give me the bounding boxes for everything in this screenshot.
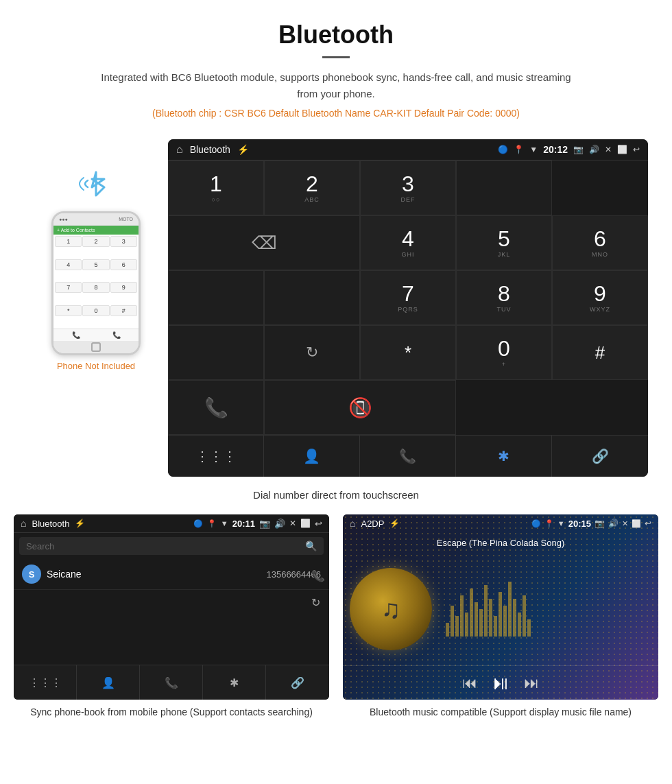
pb-sig-icon: ▼ <box>221 519 228 527</box>
music-album-art: ♫ <box>350 568 432 650</box>
phone-numpad: 1 2 3 4 5 6 7 8 9 * 0 # <box>53 235 139 329</box>
app-name-label: Bluetooth <box>190 144 230 155</box>
redial-button[interactable]: ↻ <box>264 325 360 380</box>
dial-key-9[interactable]: 9 WXYZ <box>552 270 648 325</box>
pb-nav-contacts[interactable]: 👤 <box>77 665 140 700</box>
pb-time: 20:11 <box>232 519 255 529</box>
music-play-pause-button[interactable]: ⏯ <box>491 672 510 694</box>
backspace-button[interactable]: ⌫ <box>168 215 360 270</box>
music-screenshot-container: ⌂ A2DP ⚡ 🔵 📍 ▼ 20:15 📷 🔊 ✕ ⬜ <box>343 514 658 720</box>
phone-home-button <box>91 342 101 352</box>
pb-home-icon[interactable]: ⌂ <box>21 518 26 529</box>
pb-sync-icon[interactable]: ↻ <box>311 596 325 609</box>
pb-loc-icon: 📍 <box>207 519 217 528</box>
camera-icon[interactable]: 📷 <box>573 145 584 154</box>
header-description: Integrated with BC6 Bluetooth module, su… <box>96 69 576 102</box>
pb-nav-bt[interactable]: ✱ <box>203 665 266 700</box>
pb-status-bar: ⌂ Bluetooth ⚡ 🔵 📍 ▼ 20:11 📷 🔊 ✕ <box>14 514 329 533</box>
music-caption: Bluetooth music compatible (Support disp… <box>343 705 658 720</box>
dial-caption: Dial number direct from touchscreen <box>253 489 419 501</box>
nav-contacts-button[interactable]: 👤 <box>264 436 360 477</box>
music-prev-button[interactable]: ⏮ <box>462 674 477 692</box>
contact-avatar: S <box>22 565 41 584</box>
phone-bottom-bar <box>53 341 139 353</box>
dial-key-star[interactable]: * <box>360 325 456 380</box>
pb-nav-link[interactable]: 🔗 <box>266 665 329 700</box>
bluetooth-status-icon: 🔵 <box>498 145 508 154</box>
page-header: Bluetooth Integrated with BC6 Bluetooth … <box>0 0 672 139</box>
pb-contact-row[interactable]: S Seicane 13566664466 <box>14 559 329 590</box>
music-visualizer <box>446 578 651 640</box>
dial-key-2[interactable]: 2 ABC <box>264 161 360 215</box>
dial-screen: ⌂ Bluetooth ⚡ 🔵 📍 ▼ 20:12 📷 🔊 ✕ ⬜ ↩ <box>168 139 648 477</box>
music-status-bar: ⌂ A2DP ⚡ 🔵 📍 ▼ 20:15 📷 🔊 ✕ ⬜ <box>343 514 658 532</box>
contact-name: Seicane <box>47 569 82 580</box>
page-title: Bluetooth <box>14 21 658 49</box>
pb-search-placeholder: Search <box>26 541 54 551</box>
music-note-icon: ♫ <box>381 595 401 624</box>
phonebook-inner: ⌂ Bluetooth ⚡ 🔵 📍 ▼ 20:11 📷 🔊 ✕ <box>14 514 329 700</box>
music-cam-icon[interactable]: 📷 <box>595 519 605 528</box>
dial-key-4[interactable]: 4 GHI <box>360 215 456 270</box>
signal-icon: ▼ <box>529 145 538 154</box>
nav-settings-button[interactable]: 🔗 <box>552 436 648 477</box>
pb-bt-icon: 🔵 <box>193 519 203 528</box>
phonebook-caption: Sync phone-book from mobile phone (Suppo… <box>14 705 329 720</box>
dial-key-3[interactable]: 3 DEF <box>360 161 456 215</box>
music-home-icon[interactable]: ⌂ <box>350 518 355 529</box>
bluetooth-wifi-icon <box>75 167 117 207</box>
window-icon[interactable]: ⬜ <box>617 145 627 154</box>
end-call-button[interactable]: 📵 <box>264 380 456 435</box>
dial-key-5[interactable]: 5 JKL <box>456 215 552 270</box>
dial-key-hash[interactable]: # <box>552 325 648 380</box>
music-app-name: A2DP <box>361 519 384 529</box>
bottom-screenshots: ⌂ Bluetooth ⚡ 🔵 📍 ▼ 20:11 📷 🔊 ✕ <box>14 514 658 720</box>
home-icon[interactable]: ⌂ <box>176 143 183 156</box>
phone-action-row: 📞 📞 <box>53 329 139 341</box>
music-usb-icon: ⚡ <box>389 519 400 528</box>
phone-not-included-label: Phone Not Included <box>57 361 135 371</box>
nav-dialpad-button[interactable]: ⋮⋮⋮ <box>168 436 264 477</box>
pb-vol-icon[interactable]: 🔊 <box>274 519 285 529</box>
call-button[interactable]: 📞 <box>168 380 264 435</box>
music-bt-icon: 🔵 <box>531 519 541 528</box>
car-status-bar: ⌂ Bluetooth ⚡ 🔵 📍 ▼ 20:12 📷 🔊 ✕ ⬜ ↩ <box>168 139 648 161</box>
display-empty-2 <box>168 270 264 325</box>
nav-calls-button[interactable]: 📞 <box>360 436 456 477</box>
pb-usb-icon: ⚡ <box>75 519 85 528</box>
phone-mockup: ●●● MOTO + Add to Contacts 1 2 3 4 5 6 7 <box>51 211 141 355</box>
pb-search-bar[interactable]: Search 🔍 <box>19 537 324 555</box>
dial-key-1[interactable]: 1 ○○ <box>168 161 264 215</box>
music-win-icon[interactable]: ⬜ <box>632 519 641 528</box>
pb-bottom-nav: ⋮⋮⋮ 👤 📞 ✱ 🔗 <box>14 665 329 700</box>
usb-icon: ⚡ <box>237 144 249 155</box>
pb-right-icons: 📞 ↻ <box>311 569 325 609</box>
dial-key-6[interactable]: 6 MNO <box>552 215 648 270</box>
phone-screen: + Add to Contacts 1 2 3 4 5 6 7 8 9 * 0 <box>53 226 139 341</box>
pb-cam-icon[interactable]: 📷 <box>259 519 270 529</box>
music-vol-icon[interactable]: 🔊 <box>608 519 619 528</box>
back-icon[interactable]: ↩ <box>633 145 640 154</box>
music-controls: ⏮ ⏯ ⏭ <box>343 665 658 700</box>
dial-key-8[interactable]: 8 TUV <box>456 270 552 325</box>
search-icon: 🔍 <box>305 541 317 551</box>
close-icon[interactable]: ✕ <box>605 145 612 154</box>
header-specs: (Bluetooth chip : CSR BC6 Default Blueto… <box>14 108 658 119</box>
volume-icon[interactable]: 🔊 <box>589 145 599 154</box>
pb-nav-dialpad[interactable]: ⋮⋮⋮ <box>14 665 77 700</box>
pb-win-icon[interactable]: ⬜ <box>300 519 311 528</box>
music-next-button[interactable]: ⏭ <box>524 674 539 692</box>
phonebook-screenshot-container: ⌂ Bluetooth ⚡ 🔵 📍 ▼ 20:11 📷 🔊 ✕ <box>14 514 329 720</box>
music-song-title: Escape (The Pina Colada Song) <box>437 538 564 548</box>
dial-key-0[interactable]: 0 + <box>456 325 552 380</box>
header-divider <box>322 56 350 58</box>
dial-key-7[interactable]: 7 PQRS <box>360 270 456 325</box>
music-back-icon[interactable]: ↩ <box>645 519 651 528</box>
music-screen-inner: ⌂ A2DP ⚡ 🔵 📍 ▼ 20:15 📷 🔊 ✕ ⬜ <box>343 514 658 700</box>
pb-back-icon[interactable]: ↩ <box>315 519 322 529</box>
pb-call-icon[interactable]: 📞 <box>311 569 325 582</box>
music-x-icon[interactable]: ✕ <box>622 519 628 528</box>
pb-nav-calls[interactable]: 📞 <box>140 665 203 700</box>
nav-bluetooth-button[interactable]: ✱ <box>456 436 552 477</box>
pb-x-icon[interactable]: ✕ <box>289 519 296 528</box>
